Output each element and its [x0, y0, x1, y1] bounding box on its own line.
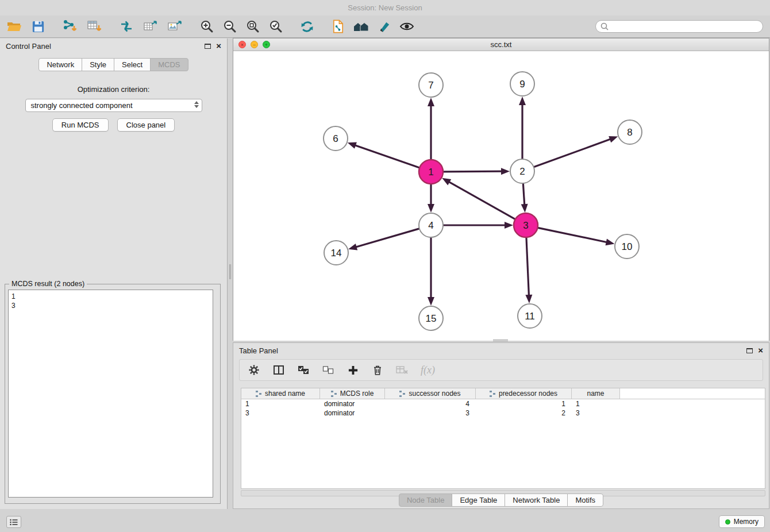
tab-mcds[interactable]: MCDS [150, 58, 188, 71]
table-row[interactable]: 1 dominator 4 1 1 [241, 399, 765, 408]
zoom-out-icon[interactable] [222, 18, 238, 34]
import-table-icon[interactable] [86, 18, 102, 34]
edge-arrowhead [348, 244, 357, 250]
column-type-icon [256, 391, 262, 397]
node-11[interactable]: 11 [518, 304, 542, 328]
table-settings-gear-icon[interactable] [248, 364, 260, 376]
save-session-icon[interactable] [30, 18, 46, 34]
svg-text:10: 10 [622, 241, 633, 252]
tab-edge-table[interactable]: Edge Table [452, 494, 505, 507]
node-table[interactable]: shared name MCDS role successor nodes pr… [241, 388, 765, 489]
horizontal-splitter-handle[interactable] [493, 338, 508, 342]
column-header-predecessor-nodes[interactable]: predecessor nodes [476, 388, 572, 399]
delete-table-icon[interactable] [396, 364, 409, 376]
search-box[interactable] [595, 20, 763, 33]
edge-1-2[interactable] [443, 171, 503, 172]
tab-node-table[interactable]: Node Table [399, 494, 453, 507]
node-6[interactable]: 6 [324, 126, 348, 151]
node-3[interactable]: 3 [514, 213, 538, 237]
float-table-panel-icon[interactable] [746, 348, 753, 353]
node-8[interactable]: 8 [618, 120, 642, 144]
show-hide-eye-icon[interactable] [399, 18, 415, 34]
close-panel-button[interactable]: Close panel [117, 118, 175, 132]
cell-name[interactable]: 1 [572, 399, 620, 408]
node-14[interactable]: 14 [324, 241, 348, 265]
column-label: successor nodes [409, 390, 460, 398]
table-toolbar: f(x) [239, 359, 763, 381]
table-tabs: Node Table Edge Table Network Table Moti… [233, 494, 769, 507]
float-panel-icon[interactable] [205, 44, 211, 49]
delete-column-icon[interactable] [371, 364, 384, 376]
node-4[interactable]: 4 [419, 213, 443, 237]
edge-2-3[interactable] [523, 183, 524, 206]
control-panel-title: Control Panel [6, 42, 51, 51]
tab-select[interactable]: Select [114, 58, 151, 71]
table-row[interactable]: 3 dominator 3 2 3 [241, 408, 765, 418]
cell-shared-name[interactable]: 1 [241, 399, 320, 408]
search-input[interactable] [611, 22, 758, 30]
edge-4-14[interactable] [355, 229, 419, 248]
tab-style[interactable]: Style [82, 58, 114, 71]
node-15[interactable]: 15 [419, 306, 443, 330]
zoom-in-icon[interactable] [199, 18, 215, 34]
zoom-selected-icon[interactable] [268, 18, 284, 34]
new-network-icon[interactable] [118, 18, 134, 34]
tab-motifs[interactable]: Motifs [567, 494, 603, 507]
maximize-window-icon[interactable]: + [263, 41, 270, 48]
minimize-window-icon[interactable]: − [251, 41, 258, 48]
cell-mcds-role[interactable]: dominator [320, 399, 385, 408]
memory-button[interactable]: Memory [719, 515, 765, 528]
network-window-titlebar[interactable]: × − + scc.txt [233, 38, 769, 51]
edge-3-10[interactable] [538, 228, 608, 242]
mcds-result-title: MCDS result (2 nodes) [9, 280, 87, 288]
close-window-icon[interactable]: × [238, 41, 246, 48]
run-mcds-button[interactable]: Run MCDS [52, 118, 109, 132]
node-2[interactable]: 2 [510, 159, 534, 183]
import-network-icon[interactable] [62, 18, 78, 34]
open-session-icon[interactable] [6, 18, 22, 34]
svg-text:7: 7 [428, 80, 433, 91]
network-canvas[interactable]: 7968124314101511 [233, 52, 769, 341]
tab-network[interactable]: Network [38, 58, 82, 71]
cell-shared-name[interactable]: 3 [241, 408, 320, 418]
edge-3-1[interactable] [448, 182, 515, 219]
network-graph[interactable]: 7968124314101511 [233, 52, 769, 341]
create-column-icon[interactable] [346, 364, 359, 376]
show-panels-menu-button[interactable] [6, 516, 21, 528]
edge-3-11[interactable] [526, 237, 529, 296]
edge-2-8[interactable] [534, 139, 611, 167]
criterion-dropdown[interactable]: strongly connected component [25, 99, 202, 112]
edge-1-6[interactable] [354, 145, 419, 168]
cell-name[interactable]: 3 [572, 408, 620, 418]
column-header-name[interactable]: name [572, 388, 620, 399]
cell-successor-nodes[interactable]: 4 [385, 399, 476, 408]
cell-predecessor-nodes[interactable]: 2 [476, 408, 572, 418]
refresh-icon[interactable] [299, 18, 315, 34]
node-7[interactable]: 7 [419, 73, 443, 97]
select-all-rows-icon[interactable] [297, 364, 310, 376]
function-builder-fx-button[interactable]: f(x) [421, 364, 435, 376]
column-header-mcds-role[interactable]: MCDS role [320, 388, 385, 399]
column-header-successor-nodes[interactable]: successor nodes [385, 388, 476, 399]
close-panel-icon[interactable]: × [216, 43, 221, 49]
tab-network-table[interactable]: Network Table [505, 494, 568, 507]
show-columns-icon[interactable] [272, 364, 285, 376]
node-1[interactable]: 1 [419, 160, 443, 184]
vertical-splitter-handle[interactable] [228, 264, 232, 279]
mcds-result-list[interactable]: 1 3 [8, 290, 213, 498]
close-table-panel-icon[interactable]: × [758, 347, 763, 354]
node-10[interactable]: 10 [615, 234, 639, 259]
cell-successor-nodes[interactable]: 3 [385, 408, 476, 418]
column-header-shared-name[interactable]: shared name [241, 388, 320, 399]
node-9[interactable]: 9 [510, 72, 534, 96]
cell-mcds-role[interactable]: dominator [320, 408, 385, 418]
first-neighbors-icon[interactable] [353, 18, 369, 34]
deselect-all-rows-icon[interactable] [322, 364, 334, 376]
export-image-icon[interactable] [167, 18, 183, 34]
cell-predecessor-nodes[interactable]: 1 [476, 399, 572, 408]
table-header-row: shared name MCDS role successor nodes pr… [241, 388, 765, 399]
zoom-fit-icon[interactable] [245, 18, 261, 34]
export-table-icon[interactable] [143, 18, 159, 34]
apply-style-icon[interactable] [376, 18, 392, 34]
clone-network-icon[interactable] [330, 18, 346, 34]
